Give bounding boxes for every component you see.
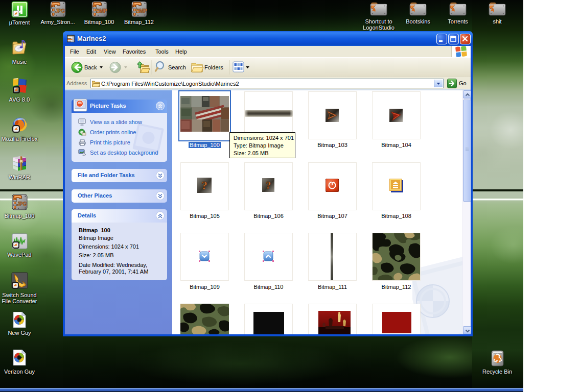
svg-text:BMP: BMP xyxy=(96,8,107,14)
svg-text:?: ? xyxy=(201,179,207,192)
svg-text:?: ? xyxy=(266,179,271,191)
svg-text:BMP: BMP xyxy=(136,8,147,14)
svg-text:JPG: JPG xyxy=(55,8,65,14)
svg-text:JPG: JPG xyxy=(17,201,27,207)
